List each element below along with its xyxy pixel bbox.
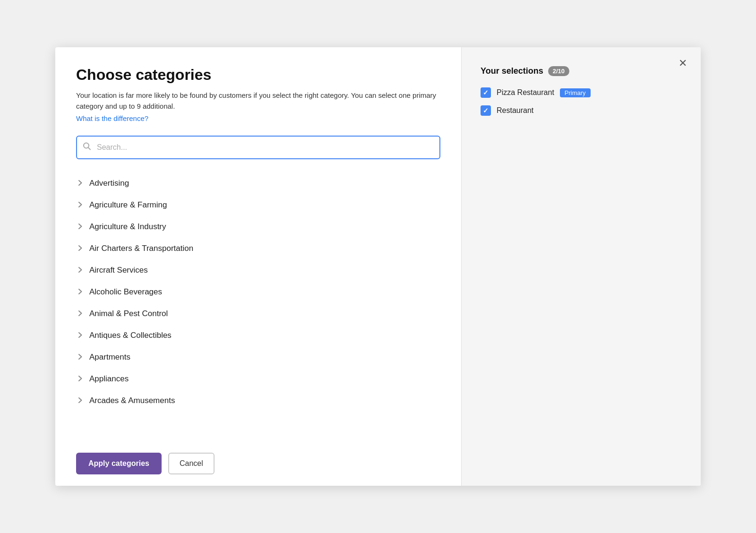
category-item-animal-pest-control[interactable]: Animal & Pest Control: [74, 303, 440, 325]
category-label: Alcoholic Beverages: [89, 287, 162, 297]
left-panel: Choose categories Your location is far m…: [55, 47, 462, 486]
selection-name: Restaurant: [497, 106, 533, 115]
category-item-arcades-amusements[interactable]: Arcades & Amusements: [74, 390, 440, 412]
chevron-right-icon: [78, 332, 83, 340]
chevron-right-icon: [78, 375, 83, 383]
category-item-agriculture-industry[interactable]: Agriculture & Industry: [74, 216, 440, 238]
category-label: Agriculture & Farming: [89, 200, 167, 210]
chevron-right-icon: [78, 201, 83, 209]
right-panel: ✕ Your selections 2/10 Pizza RestaurantP…: [462, 47, 701, 486]
category-item-apartments[interactable]: Apartments: [74, 346, 440, 368]
checkbox-checked-icon[interactable]: [481, 87, 491, 98]
selection-item: Restaurant: [481, 105, 682, 116]
category-label: Arcades & Amusements: [89, 396, 175, 405]
selection-name: Pizza Restaurant: [497, 88, 554, 97]
selections-title-text: Your selections: [481, 66, 543, 76]
apply-categories-button[interactable]: Apply categories: [76, 453, 162, 474]
chevron-right-icon: [78, 223, 83, 231]
selections-list: Pizza RestaurantPrimaryRestaurant: [481, 87, 682, 116]
chevron-right-icon: [78, 245, 83, 253]
modal: Choose categories Your location is far m…: [55, 47, 701, 486]
checkbox-checked-icon[interactable]: [481, 105, 491, 116]
category-label: Agriculture & Industry: [89, 222, 166, 232]
category-label: Antiques & Collectibles: [89, 331, 172, 340]
page-title: Choose categories: [76, 66, 440, 84]
primary-badge: Primary: [560, 88, 591, 97]
search-container: [76, 136, 440, 159]
search-input[interactable]: [76, 136, 440, 159]
selections-header: Your selections 2/10: [481, 66, 682, 76]
category-item-aircraft-services[interactable]: Aircraft Services: [74, 259, 440, 281]
category-label: Appliances: [89, 374, 129, 384]
category-item-alcoholic-beverages[interactable]: Alcoholic Beverages: [74, 281, 440, 303]
category-item-agriculture-farming[interactable]: Agriculture & Farming: [74, 194, 440, 216]
chevron-right-icon: [78, 266, 83, 275]
category-item-advertising[interactable]: Advertising: [74, 172, 440, 194]
chevron-right-icon: [78, 353, 83, 361]
category-label: Apartments: [89, 352, 130, 362]
category-item-antiques-collectibles[interactable]: Antiques & Collectibles: [74, 325, 440, 346]
category-label: Animal & Pest Control: [89, 309, 168, 318]
chevron-right-icon: [78, 397, 83, 405]
category-label: Aircraft Services: [89, 266, 148, 275]
cancel-button[interactable]: Cancel: [168, 453, 215, 474]
category-item-air-charters[interactable]: Air Charters & Transportation: [74, 238, 440, 259]
category-label: Advertising: [89, 179, 129, 188]
category-label: Air Charters & Transportation: [89, 244, 193, 253]
category-list: AdvertisingAgriculture & FarmingAgricult…: [74, 172, 440, 441]
selection-item: Pizza RestaurantPrimary: [481, 87, 682, 98]
footer: Apply categories Cancel: [76, 443, 440, 486]
chevron-right-icon: [78, 288, 83, 296]
what-is-difference-link[interactable]: What is the difference?: [76, 114, 440, 122]
selections-badge: 2/10: [548, 66, 569, 76]
description-text: Your location is far more likely to be f…: [76, 90, 440, 112]
close-button[interactable]: ✕: [675, 56, 690, 71]
chevron-right-icon: [78, 180, 83, 188]
chevron-right-icon: [78, 310, 83, 318]
category-item-appliances[interactable]: Appliances: [74, 368, 440, 390]
